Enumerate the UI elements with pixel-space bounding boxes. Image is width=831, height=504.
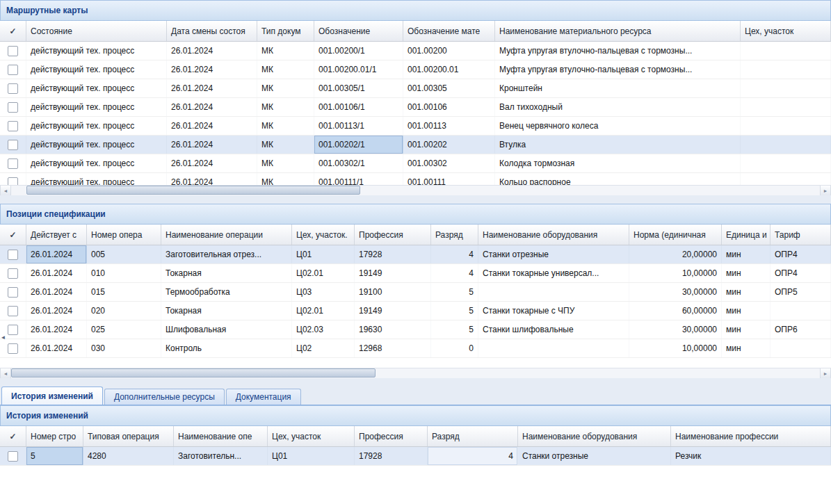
table-cell[interactable]: Кольцо распорное: [495, 173, 741, 185]
table-cell[interactable]: 26.01.2024: [167, 79, 257, 97]
column-header[interactable]: Профессия: [355, 426, 428, 446]
table-cell[interactable]: [741, 79, 831, 97]
select-all-header[interactable]: ✓: [0, 426, 26, 446]
table-cell[interactable]: Заготовительная отрез...: [161, 245, 292, 263]
table-cell[interactable]: 5: [431, 320, 478, 339]
row-checkbox[interactable]: [8, 343, 18, 354]
table-row[interactable]: 26.01.2024025ШлифовальнаяЦ02.03196305Ста…: [0, 320, 831, 339]
table-cell[interactable]: действующий тех. процесс: [26, 173, 167, 185]
table-cell[interactable]: действующий тех. процесс: [26, 117, 167, 135]
table-cell[interactable]: 30,00000: [629, 320, 722, 339]
table-cell[interactable]: 26.01.2024: [26, 283, 87, 301]
tab-documentation[interactable]: Документация: [226, 389, 301, 405]
table-cell[interactable]: 26.01.2024: [167, 42, 257, 60]
spec-positions-scroll-track[interactable]: [11, 368, 820, 378]
table-cell[interactable]: МК: [257, 79, 314, 97]
table-cell[interactable]: мин: [722, 302, 771, 320]
table-row[interactable]: 26.01.2024030КонтрольЦ0212968010,00000ми…: [0, 339, 831, 358]
table-cell[interactable]: Станки шлифовальные: [478, 320, 629, 339]
route-cards-hscrollbar[interactable]: ◄ ►: [0, 185, 831, 195]
column-header[interactable]: Цех, участок: [268, 426, 355, 446]
table-cell[interactable]: Станки токарные универсал...: [478, 264, 629, 282]
table-cell[interactable]: мин: [722, 339, 771, 357]
table-cell[interactable]: 005: [87, 245, 161, 263]
table-cell[interactable]: 30,00000: [629, 283, 722, 301]
table-cell[interactable]: 001.00113: [403, 117, 495, 135]
table-cell[interactable]: 19149: [355, 302, 431, 320]
table-cell[interactable]: Ц02.01: [292, 302, 355, 320]
row-checkbox[interactable]: [8, 102, 18, 113]
table-cell[interactable]: 20,00000: [629, 245, 722, 263]
row-checkbox[interactable]: [8, 451, 18, 462]
table-cell[interactable]: Кронштейн: [495, 79, 741, 97]
table-cell[interactable]: Токарная: [161, 264, 292, 282]
table-cell[interactable]: 001.00111: [403, 173, 495, 185]
collapse-west-arrow[interactable]: ◄: [0, 325, 6, 349]
table-cell[interactable]: МК: [257, 173, 314, 185]
column-header[interactable]: Цех, участок.: [292, 225, 355, 245]
table-cell[interactable]: [741, 173, 831, 185]
table-cell[interactable]: 4: [431, 264, 478, 282]
table-row[interactable]: действующий тех. процесс26.01.2024МК001.…: [0, 154, 831, 173]
table-cell[interactable]: действующий тех. процесс: [26, 60, 167, 79]
table-cell[interactable]: [741, 136, 831, 154]
table-cell[interactable]: 26.01.2024: [26, 245, 87, 263]
table-cell[interactable]: [741, 154, 831, 172]
row-checkbox[interactable]: [8, 140, 18, 150]
table-row[interactable]: действующий тех. процесс26.01.2024МК001.…: [0, 173, 831, 185]
table-cell[interactable]: 5: [26, 447, 83, 465]
scroll-right-icon[interactable]: ►: [820, 368, 831, 378]
table-cell[interactable]: действующий тех. процесс: [26, 42, 167, 60]
table-cell[interactable]: МК: [257, 98, 314, 116]
table-cell[interactable]: 001.00305: [403, 79, 495, 97]
table-cell[interactable]: [771, 302, 831, 320]
row-checkbox[interactable]: [8, 121, 18, 131]
table-row[interactable]: 26.01.2024010ТокарнаяЦ02.01191494Станки …: [0, 264, 831, 283]
table-cell[interactable]: 60,00000: [629, 302, 722, 320]
column-header[interactable]: Разряд: [428, 426, 518, 446]
table-cell[interactable]: 26.01.2024: [26, 339, 87, 357]
table-cell[interactable]: [741, 60, 831, 79]
table-cell[interactable]: Ц01: [292, 245, 355, 263]
row-checkbox[interactable]: [8, 306, 18, 316]
table-cell[interactable]: 001.00200: [403, 42, 495, 60]
table-row[interactable]: 26.01.2024015ТермообработкаЦ0319100530,0…: [0, 283, 831, 302]
table-cell[interactable]: 5: [431, 283, 478, 301]
table-cell[interactable]: 10,00000: [629, 339, 722, 357]
table-cell[interactable]: 025: [87, 320, 161, 339]
column-header[interactable]: Единица и: [722, 225, 771, 245]
table-cell[interactable]: МК: [257, 154, 314, 172]
table-cell[interactable]: мин: [722, 264, 771, 282]
column-header[interactable]: Наименование опе: [174, 426, 268, 446]
table-cell[interactable]: 4: [431, 245, 478, 263]
table-cell[interactable]: мин: [722, 245, 771, 263]
column-header[interactable]: Разряд: [431, 225, 478, 245]
tab-history[interactable]: История изменений: [1, 387, 103, 405]
table-cell[interactable]: 030: [87, 339, 161, 357]
table-cell[interactable]: Резчик: [671, 447, 831, 465]
column-header[interactable]: Обозначение мате: [403, 21, 495, 41]
column-header[interactable]: Норма (единичная: [629, 225, 722, 245]
table-cell[interactable]: Колодка тормозная: [495, 154, 741, 172]
column-header[interactable]: Наименование профессии: [671, 426, 831, 446]
column-header[interactable]: Профессия: [355, 225, 431, 245]
table-row[interactable]: действующий тех. процесс26.01.2024МК001.…: [0, 42, 831, 60]
row-checkbox[interactable]: [8, 46, 18, 56]
table-cell[interactable]: 12968: [355, 339, 431, 357]
table-cell[interactable]: [771, 339, 831, 357]
select-all-header[interactable]: ✓: [0, 225, 26, 245]
row-checkbox[interactable]: [8, 287, 18, 298]
column-header[interactable]: Наименование оборудования: [478, 225, 629, 245]
table-cell[interactable]: 10,00000: [629, 264, 722, 282]
table-cell[interactable]: Втулка: [495, 136, 741, 154]
row-checkbox[interactable]: [8, 83, 18, 94]
table-cell[interactable]: 26.01.2024: [26, 302, 87, 320]
table-row[interactable]: действующий тех. процесс26.01.2024МК001.…: [0, 136, 831, 154]
table-cell[interactable]: Шлифовальная: [161, 320, 292, 339]
column-header[interactable]: Состояние: [26, 21, 167, 41]
table-cell[interactable]: Станки отрезные: [478, 245, 629, 263]
table-cell[interactable]: [741, 42, 831, 60]
column-header[interactable]: Номер опера: [87, 225, 161, 245]
row-checkbox[interactable]: [8, 250, 18, 260]
table-cell[interactable]: 19149: [355, 264, 431, 282]
